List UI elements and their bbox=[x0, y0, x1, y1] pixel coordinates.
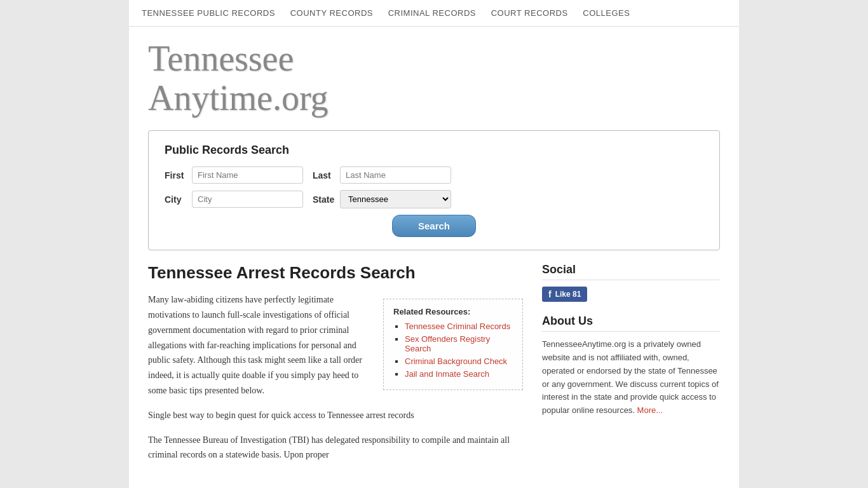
search-form-row-2: City State Tennessee Alabama Georgia Ken… bbox=[165, 190, 703, 208]
related-resources-list: Tennessee Criminal Records Sex Offenders… bbox=[393, 322, 513, 379]
sidebar: Social f Like 81 About Us TennesseeAnyti… bbox=[542, 263, 720, 472]
state-label: State bbox=[313, 194, 335, 205]
state-select[interactable]: Tennessee Alabama Georgia Kentucky bbox=[340, 190, 451, 208]
sidebar-about-section: About Us TennesseeAnytime.org is a priva… bbox=[542, 315, 720, 417]
city-label: City bbox=[165, 194, 187, 205]
search-button[interactable]: Search bbox=[392, 215, 476, 237]
list-item: Jail and Inmate Search bbox=[405, 369, 513, 379]
related-link-jail-inmate[interactable]: Jail and Inmate Search bbox=[405, 369, 489, 379]
last-name-input[interactable] bbox=[340, 166, 451, 184]
state-field-group: State Tennessee Alabama Georgia Kentucky bbox=[313, 190, 451, 208]
more-link[interactable]: More... bbox=[637, 405, 663, 415]
first-name-input[interactable] bbox=[192, 166, 303, 184]
about-title: About Us bbox=[542, 315, 720, 332]
list-item: Tennessee Criminal Records bbox=[405, 322, 513, 331]
search-form-row-1: First Last bbox=[165, 166, 703, 184]
main-para-3: The Tennessee Bureau of Investigation (T… bbox=[148, 433, 523, 463]
first-name-field-group: First bbox=[165, 166, 303, 184]
nav-county-records[interactable]: COUNTY RECORDS bbox=[290, 8, 373, 18]
main-para-2: Single best way to begin quest for quick… bbox=[148, 408, 523, 423]
nav-bar: TENNESSEE PUBLIC RECORDS COUNTY RECORDS … bbox=[129, 0, 739, 27]
city-field-group: City bbox=[165, 191, 303, 208]
about-text: TennesseeAnytime.org is a privately owne… bbox=[542, 338, 720, 417]
search-box: Public Records Search First Last City St… bbox=[148, 130, 720, 250]
last-name-field-group: Last bbox=[313, 166, 451, 184]
related-link-criminal-records[interactable]: Tennessee Criminal Records bbox=[405, 322, 510, 331]
nav-court-records[interactable]: COURT RECORDS bbox=[491, 8, 568, 18]
fb-like-label: Like 81 bbox=[555, 290, 581, 299]
site-title: Tennessee Anytime.org bbox=[148, 39, 720, 118]
main-content: Tennessee Arrest Records Search Related … bbox=[129, 263, 739, 472]
site-header: Tennessee Anytime.org bbox=[129, 27, 739, 124]
nav-criminal-records[interactable]: CRIMINAL RECORDS bbox=[388, 8, 476, 18]
search-box-title: Public Records Search bbox=[165, 144, 703, 157]
page-heading: Tennessee Arrest Records Search bbox=[148, 263, 523, 283]
social-title: Social bbox=[542, 263, 720, 280]
nav-public-records[interactable]: TENNESSEE PUBLIC RECORDS bbox=[142, 8, 275, 18]
related-resources-title: Related Resources: bbox=[393, 307, 513, 316]
last-name-label: Last bbox=[313, 170, 335, 180]
facebook-like-button[interactable]: f Like 81 bbox=[542, 287, 587, 302]
search-btn-row: Search bbox=[165, 215, 703, 237]
first-name-label: First bbox=[165, 170, 187, 180]
related-link-sex-offenders[interactable]: Sex Offenders Registry Search bbox=[405, 334, 490, 353]
related-link-background-check[interactable]: Criminal Background Check bbox=[405, 356, 507, 366]
facebook-icon: f bbox=[548, 289, 552, 299]
city-input[interactable] bbox=[192, 191, 303, 208]
related-resources-box: Related Resources: Tennessee Criminal Re… bbox=[383, 299, 523, 390]
sidebar-social: Social f Like 81 bbox=[542, 263, 720, 302]
nav-colleges[interactable]: COLLEGES bbox=[583, 8, 630, 18]
list-item: Criminal Background Check bbox=[405, 356, 513, 366]
list-item: Sex Offenders Registry Search bbox=[405, 334, 513, 353]
content-left: Tennessee Arrest Records Search Related … bbox=[148, 263, 523, 472]
